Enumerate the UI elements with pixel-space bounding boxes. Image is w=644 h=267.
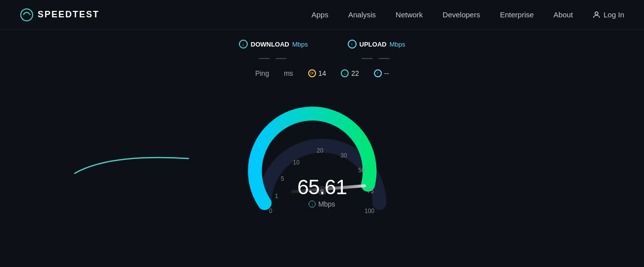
gauge-unit-text: Mbps bbox=[318, 200, 335, 208]
jitter-icon: ⟳ bbox=[308, 69, 316, 77]
gauge-number: 65.61 bbox=[297, 175, 347, 199]
download-metric: ↓ DOWNLOAD Mbps — — bbox=[239, 40, 308, 64]
ping-unit: ms bbox=[284, 69, 293, 77]
download-value: — — bbox=[259, 52, 288, 64]
download-icon: ↓ bbox=[239, 40, 248, 49]
svg-text:10: 10 bbox=[293, 159, 300, 166]
upload-metric: ↑ UPLOAD Mbps — — bbox=[348, 40, 406, 64]
upload-value: — — bbox=[362, 52, 391, 64]
user-icon bbox=[593, 11, 600, 19]
metrics-row: ↓ DOWNLOAD Mbps — — ↑ UPLOAD Mbps — — bbox=[239, 40, 405, 64]
ping-download-icon: ↓ bbox=[341, 69, 349, 77]
nav-item-apps[interactable]: Apps bbox=[312, 10, 328, 19]
svg-text:0: 0 bbox=[269, 208, 273, 214]
logo[interactable]: SPEEDTEST bbox=[20, 8, 99, 22]
gauge-value-display: 65.61 ↓ Mbps bbox=[297, 175, 347, 208]
nav-item-analysis[interactable]: Analysis bbox=[348, 10, 376, 19]
svg-text:1: 1 bbox=[275, 193, 278, 200]
logo-icon bbox=[20, 8, 34, 22]
jitter-stat: ⟳ 14 bbox=[308, 69, 326, 77]
svg-point-0 bbox=[21, 9, 33, 21]
nav-item-enterprise[interactable]: Enterprise bbox=[500, 10, 534, 19]
login-button[interactable]: Log In bbox=[593, 10, 624, 19]
gauge-unit-row: ↓ Mbps bbox=[297, 200, 347, 208]
ping-download-stat: ↓ 22 bbox=[341, 69, 359, 77]
navbar: SPEEDTEST Apps Analysis Network Develope… bbox=[0, 0, 644, 30]
svg-point-1 bbox=[595, 12, 598, 15]
ping-upload-stat: ↑ -- bbox=[374, 69, 389, 77]
gauge-unit-icon: ↓ bbox=[309, 201, 316, 208]
nav-item-developers[interactable]: Developers bbox=[443, 10, 480, 19]
nav-links: Apps Analysis Network Developers Enterpr… bbox=[312, 10, 573, 19]
upload-icon: ↑ bbox=[348, 40, 357, 49]
ping-row: Ping ms ⟳ 14 ↓ 22 ↑ -- bbox=[255, 69, 389, 77]
svg-text:20: 20 bbox=[317, 147, 323, 154]
svg-text:5: 5 bbox=[281, 175, 284, 182]
speedometer: 0 1 5 10 20 30 50 75 100 bbox=[243, 89, 401, 228]
gauge-container: 0 1 5 10 20 30 50 75 100 bbox=[174, 84, 470, 233]
nav-item-network[interactable]: Network bbox=[396, 10, 423, 19]
speedline-decoration bbox=[70, 149, 193, 178]
svg-text:50: 50 bbox=[358, 167, 365, 174]
svg-text:75: 75 bbox=[367, 188, 374, 195]
svg-text:100: 100 bbox=[365, 208, 374, 214]
main-content: ↓ DOWNLOAD Mbps — — ↑ UPLOAD Mbps — — Pi… bbox=[0, 30, 644, 233]
ping-label: Ping bbox=[255, 69, 269, 77]
nav-item-about[interactable]: About bbox=[553, 10, 573, 19]
ping-upload-icon: ↑ bbox=[374, 69, 382, 77]
svg-text:30: 30 bbox=[340, 152, 347, 159]
